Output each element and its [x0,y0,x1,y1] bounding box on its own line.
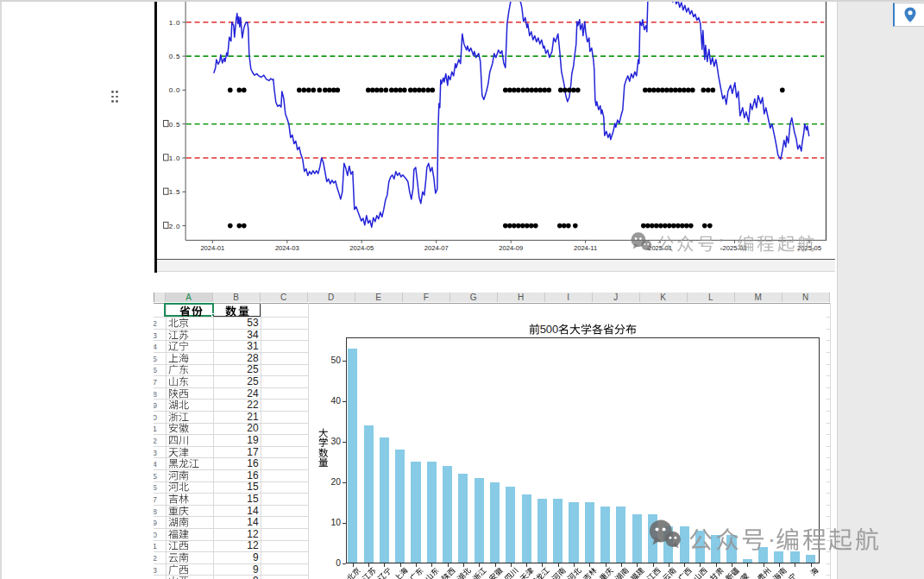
svg-text:2.0: 2.0 [168,223,179,230]
svg-text:2024-03: 2024-03 [274,244,299,252]
svg-text:2024-05: 2024-05 [349,244,374,252]
svg-text:0.5: 0.5 [168,121,179,129]
svg-text:0.0: 0.0 [168,87,179,95]
svg-text:0.5: 0.5 [168,53,179,60]
svg-text:1.0: 1.0 [168,154,179,162]
svg-text:1.5: 1.5 [168,188,179,196]
svg-text:1.0: 1.0 [168,19,179,27]
svg-text:2024-07: 2024-07 [424,244,448,252]
svg-text:2024-09: 2024-09 [499,244,523,252]
svg-text:2024-11: 2024-11 [573,244,596,252]
svg-text:2024-01: 2024-01 [200,244,224,252]
